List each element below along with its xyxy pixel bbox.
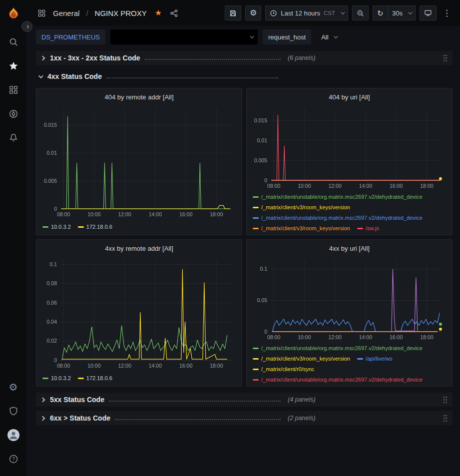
datasource-variable-label: DS_PROMETHEUS xyxy=(36,29,105,44)
refresh-button[interactable]: ↻ xyxy=(373,5,388,20)
panel-title[interactable]: 404 by remote addr [All] xyxy=(39,90,239,103)
sidebar-expand-toggle[interactable] xyxy=(21,21,32,32)
dotted-leader xyxy=(106,77,278,78)
svg-text:0.1: 0.1 xyxy=(49,261,57,267)
svg-text:12:00: 12:00 xyxy=(328,334,341,340)
svg-text:0: 0 xyxy=(54,206,57,212)
cycle-view-mode-button[interactable] xyxy=(420,5,437,20)
dashboard-title[interactable]: NGINX PROXY xyxy=(95,9,147,17)
search-icon[interactable] xyxy=(3,32,23,52)
svg-text:18:00: 18:00 xyxy=(210,211,223,217)
explore-compass-icon[interactable] xyxy=(3,104,23,124)
refresh-interval-picker[interactable]: 30s xyxy=(388,5,416,20)
svg-text:0.1: 0.1 xyxy=(260,266,267,272)
panel-title[interactable]: 404 by uri [All] xyxy=(250,90,449,103)
drag-handle-icon[interactable] xyxy=(443,54,448,62)
panel-title[interactable]: 4xx by uri [All] xyxy=(250,242,449,255)
favorite-star-icon[interactable]: ★ xyxy=(155,9,162,17)
series-name: /_matrix/client/v3/room_keys/version xyxy=(261,354,350,364)
svg-text:10:00: 10:00 xyxy=(87,211,100,217)
grafana-logo[interactable] xyxy=(4,5,22,23)
svg-text:18:00: 18:00 xyxy=(420,334,433,340)
row-4xx-status-code[interactable]: 4xx Status Code xyxy=(36,69,453,83)
svg-text:0.015: 0.015 xyxy=(44,122,57,128)
row-title: 5xx Status Code xyxy=(50,396,104,404)
request-host-select[interactable]: All xyxy=(316,29,341,44)
chevron-right-icon xyxy=(40,416,45,421)
legend-item[interactable]: /_matrix/client/unstable/org.matrix.msc2… xyxy=(253,213,423,223)
breadcrumb-folder[interactable]: General xyxy=(53,9,79,17)
svg-text:12:00: 12:00 xyxy=(118,363,131,369)
time-series-chart[interactable]: 08:0010:0012:0014:0016:0018:0000.020.040… xyxy=(39,255,239,371)
grafana-app: ⚙ ? xyxy=(0,0,460,476)
legend-item[interactable]: /_matrix/client/v3/room_keys/version xyxy=(253,223,350,232)
dashboard-settings-button[interactable]: ⚙ xyxy=(245,5,261,20)
caret-down-icon xyxy=(334,34,338,38)
gear-glyph: ⚙ xyxy=(250,9,257,17)
row-6xx-status-code[interactable]: 6xx > Status Code (2 panels) xyxy=(36,411,453,425)
row-1xx-3xx-2xx-status-code[interactable]: 1xx - 3xx - 2xx Status Code (6 panels) xyxy=(36,51,453,65)
refresh-interval-label: 30s xyxy=(392,9,403,17)
settings-gear-icon[interactable]: ⚙ xyxy=(3,377,23,397)
series-color-swatch xyxy=(42,378,48,379)
grafana-flame-icon xyxy=(6,6,21,21)
legend-item[interactable]: /sw.js xyxy=(357,223,379,232)
svg-text:14:00: 14:00 xyxy=(359,334,372,340)
drag-handle-icon[interactable] xyxy=(443,415,448,422)
legend-item[interactable]: /_matrix/client/unstable/org.matrix.msc2… xyxy=(253,343,423,354)
svg-text:10:00: 10:00 xyxy=(298,183,311,189)
datasource-select[interactable] xyxy=(110,29,258,44)
time-series-chart[interactable]: 08:0010:0012:0014:0016:0018:0000.0050.01… xyxy=(250,103,449,191)
caret-down-icon xyxy=(408,10,412,14)
time-series-chart[interactable]: 08:0010:0012:0014:0016:0018:0000.050.1 xyxy=(250,255,449,343)
chevron-right-icon xyxy=(40,55,45,60)
legend-item[interactable]: 10.0.3.2 xyxy=(42,373,71,384)
svg-text:0.08: 0.08 xyxy=(47,280,57,286)
legend-item[interactable]: 172.18.0.6 xyxy=(78,373,112,384)
series-color-swatch xyxy=(253,228,259,229)
svg-text:0.005: 0.005 xyxy=(254,157,267,163)
time-series-chart[interactable]: 08:0010:0012:0014:0016:0018:0000.0050.01… xyxy=(39,103,239,220)
legend-item[interactable]: /_matrix/client/v3/room_keys/version xyxy=(253,354,350,364)
series-name: /_matrix/client/unstable/org.matrix.msc2… xyxy=(261,213,423,223)
legend-item[interactable]: /_matrix/client/v3/room_keys/version xyxy=(253,202,350,213)
legend-item[interactable]: /_matrix/client/unstable/org.matrix.msc2… xyxy=(253,375,423,384)
svg-text:16:00: 16:00 xyxy=(179,211,192,217)
share-icon[interactable] xyxy=(170,9,178,17)
refresh-split-button: ↻ 30s xyxy=(373,5,416,20)
question-mark-glyph: ? xyxy=(12,457,15,462)
user-avatar[interactable] xyxy=(3,425,23,445)
request-host-variable-label: request_host xyxy=(263,29,311,44)
svg-text:0.015: 0.015 xyxy=(254,117,267,123)
row-5xx-status-code[interactable]: 5xx Status Code (4 panels) xyxy=(36,393,453,407)
kebab-menu-icon[interactable]: ⋮ xyxy=(441,8,453,18)
panel-404-by-remote-addr: 404 by remote addr [All] 08:0010:0012:00… xyxy=(36,88,242,235)
panel-title[interactable]: 4xx by remote addr [All] xyxy=(39,242,239,255)
svg-text:14:00: 14:00 xyxy=(149,211,162,217)
legend-item[interactable]: /_matrix/client/r0/sync xyxy=(253,364,314,375)
timezone-label: CST xyxy=(324,10,335,16)
legend-item[interactable]: /api/live/ws xyxy=(357,354,393,364)
chevron-right-icon xyxy=(25,24,28,28)
starred-dashboards-icon[interactable] xyxy=(3,56,23,76)
panel-title-text: 4xx by remote addr [All] xyxy=(105,245,173,252)
panel-legend: 10.0.3.2172.18.0.6 xyxy=(39,373,239,384)
series-color-swatch xyxy=(253,217,259,219)
panel-title-text: 4xx by uri [All] xyxy=(329,245,370,252)
zoom-out-button[interactable] xyxy=(352,5,369,20)
time-range-picker[interactable]: Last 12 hours CST xyxy=(265,5,348,20)
row-title-wrap: 5xx Status Code xyxy=(50,396,281,404)
series-name: /sw.js xyxy=(366,223,379,232)
dashboard-apps-icon[interactable] xyxy=(37,9,46,17)
server-admin-shield-icon[interactable] xyxy=(3,401,23,421)
series-name: 172.18.0.6 xyxy=(86,222,112,232)
save-dashboard-button[interactable] xyxy=(225,5,241,20)
help-icon[interactable]: ? xyxy=(3,449,23,469)
legend-item[interactable]: 10.0.3.2 xyxy=(42,222,71,232)
drag-handle-icon[interactable] xyxy=(443,396,448,404)
clock-icon xyxy=(270,9,277,17)
dashboards-grid-icon[interactable] xyxy=(3,80,23,100)
alerting-bell-icon[interactable] xyxy=(3,128,23,148)
legend-item[interactable]: /_matrix/client/unstable/org.matrix.msc2… xyxy=(253,192,423,202)
legend-item[interactable]: 172.18.0.6 xyxy=(78,222,112,232)
